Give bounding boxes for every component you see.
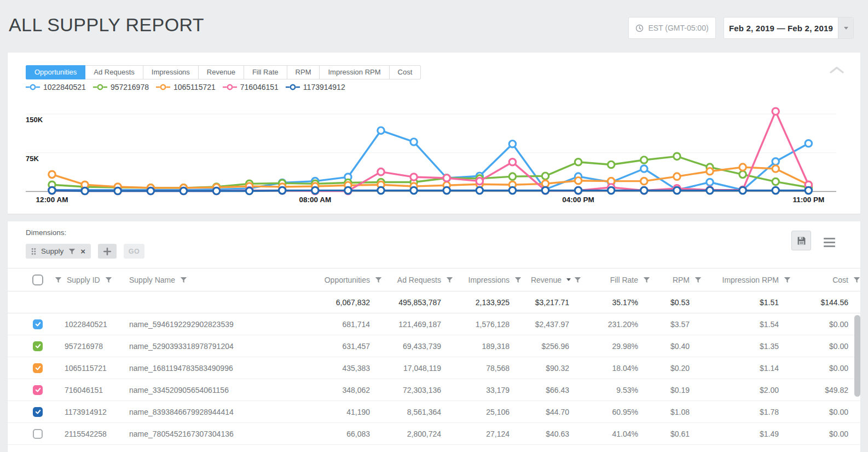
row-checkbox[interactable] (33, 407, 43, 417)
vertical-scrollbar[interactable] (854, 315, 860, 397)
row-checkbox[interactable] (33, 429, 43, 439)
chart-point (246, 180, 252, 187)
chart-point (114, 186, 121, 193)
menu-icon (824, 238, 835, 239)
metric-tabs: OpportunitiesAd RequestsImpressionsReven… (26, 65, 421, 79)
chart-point (410, 183, 417, 190)
filter-icon[interactable] (446, 277, 453, 283)
legend-marker-icon (223, 84, 237, 90)
date-range-caret-button[interactable] (838, 18, 853, 38)
cell-opportunities: 681,714 (287, 320, 382, 329)
dimension-chip-supply[interactable]: Supply × (26, 244, 91, 259)
checkbox-cell (8, 319, 51, 329)
cell-cost: $0.00 (791, 342, 860, 351)
legend-marker-icon (156, 84, 170, 90)
go-button[interactable]: GO (124, 244, 144, 259)
cell-revenue: $2,437.97 (522, 320, 581, 329)
chart-point (509, 187, 516, 193)
chart-point (575, 159, 581, 165)
chart-point (443, 175, 450, 181)
chart-point (345, 187, 351, 194)
filter-icon[interactable] (695, 277, 702, 283)
filter-icon[interactable] (375, 277, 382, 283)
row-checkbox[interactable] (33, 341, 43, 351)
metric-tab-impressions[interactable]: Impressions (143, 65, 199, 79)
metric-tab-ad-requests[interactable]: Ad Requests (85, 65, 143, 79)
chart-point (279, 179, 286, 186)
filter-icon[interactable] (68, 248, 76, 255)
chart-point (739, 171, 746, 178)
supply-id-cell: 1065115721 (51, 364, 123, 373)
chart-point (345, 174, 351, 180)
filter-icon[interactable] (574, 277, 581, 283)
column-header-ad-requests[interactable]: Ad Requests (382, 276, 453, 284)
column-header-cost[interactable]: Cost (791, 276, 860, 284)
column-header-revenue[interactable]: Revenue (522, 276, 581, 284)
column-header-rpm[interactable]: RPM (650, 276, 702, 284)
legend-item[interactable]: 1022840521 (26, 83, 86, 91)
legend-label: 716046151 (240, 83, 279, 91)
checkmark-icon (34, 364, 42, 371)
add-dimension-button[interactable] (98, 244, 117, 259)
filter-icon[interactable] (784, 277, 791, 283)
chart-point (608, 179, 615, 185)
metric-tab-revenue[interactable]: Revenue (198, 65, 244, 79)
select-all-checkbox[interactable] (32, 274, 43, 285)
column-header-impressions[interactable]: Impressions (453, 276, 522, 284)
metric-tab-opportunities[interactable]: Opportunities (26, 65, 85, 79)
metric-tab-impression-rpm[interactable]: Impression RPM (319, 65, 389, 79)
chart-point (246, 187, 252, 193)
column-header-fill-rate[interactable]: Fill Rate (581, 276, 650, 284)
chart-point (147, 187, 154, 194)
dimensions-toolbar: Supply × GO (26, 244, 144, 259)
legend-item[interactable]: 1065115721 (156, 83, 216, 91)
filter-icon[interactable] (853, 277, 860, 283)
column-header-supply-id[interactable]: Supply ID (51, 276, 123, 284)
cell-impression-rpm: $2.00 (702, 386, 791, 394)
chart-point (410, 187, 417, 193)
cell-revenue: $90.32 (522, 364, 581, 373)
chart-point (476, 178, 483, 184)
chart-point (575, 177, 581, 184)
legend-item[interactable]: 716046151 (223, 83, 279, 91)
chart-point (641, 157, 647, 163)
column-header-opportunities[interactable]: Opportunities (287, 276, 382, 284)
filter-icon[interactable] (643, 277, 650, 283)
chart-point (82, 181, 88, 188)
column-header-label: Supply Name (129, 276, 175, 284)
dimension-chip-label: Supply (41, 247, 63, 255)
table-summary-row: 6,067,832495,853,7872,133,925$3,217.7135… (8, 291, 860, 313)
filter-icon[interactable] (105, 277, 112, 283)
table-header-row: Supply IDSupply NameOpportunitiesAd Requ… (8, 268, 860, 291)
save-report-button[interactable] (791, 231, 811, 250)
row-checkbox[interactable] (33, 363, 43, 373)
legend-item[interactable]: 1173914912 (286, 83, 345, 91)
metric-tab-rpm[interactable]: RPM (287, 65, 320, 79)
chart-point (707, 187, 713, 193)
chart-line-716046151 (52, 111, 808, 191)
legend-item[interactable]: 957216978 (93, 83, 149, 91)
timezone-selector[interactable]: EST (GMT-05:00) (628, 17, 716, 39)
summary-rpm: $0.53 (650, 298, 702, 307)
date-range-picker[interactable]: Feb 2, 2019 — Feb 2, 2019 (724, 17, 854, 39)
row-checkbox[interactable] (33, 319, 43, 329)
filter-icon[interactable] (180, 277, 187, 283)
summary-fill-rate: 35.17% (581, 298, 650, 307)
supply-id-cell: 957216978 (51, 342, 123, 351)
filter-icon[interactable] (55, 277, 62, 283)
row-checkbox[interactable] (33, 385, 43, 395)
filter-icon[interactable] (514, 277, 522, 283)
column-header-label: Ad Requests (397, 276, 441, 284)
checkbox-cell (8, 429, 51, 439)
metric-tab-cost[interactable]: Cost (389, 65, 421, 79)
remove-dimension-icon[interactable]: × (80, 247, 85, 255)
table-menu-button[interactable] (824, 238, 835, 247)
metric-tab-fill-rate[interactable]: Fill Rate (244, 65, 287, 79)
column-header-supply-name[interactable]: Supply Name (123, 276, 287, 284)
collapse-chart-button[interactable] (830, 66, 844, 74)
chart-point (509, 141, 516, 147)
column-header-impression-rpm[interactable]: Impression RPM (702, 276, 791, 284)
table-row: 716046151name_334520905654061156348,0627… (8, 379, 860, 401)
chart-point (575, 187, 581, 193)
chart-point (312, 183, 319, 190)
